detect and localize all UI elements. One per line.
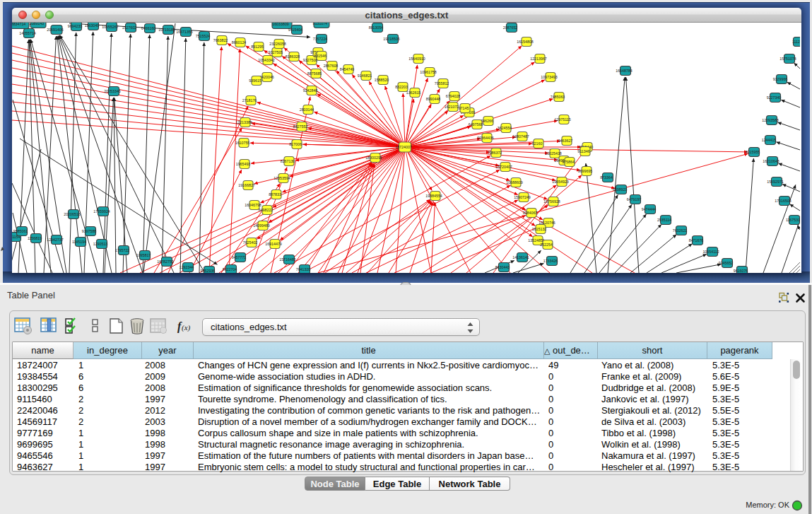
svg-text:9146821: 9146821 [358,74,372,78]
svg-text:15907249: 15907249 [514,195,531,199]
svg-text:9227349: 9227349 [767,95,782,100]
svg-text:16033809: 16033809 [272,23,289,26]
svg-text:10025438: 10025438 [545,151,562,156]
svg-text:2718176: 2718176 [242,98,257,103]
svg-text:6466160: 6466160 [141,26,156,30]
svg-text:8875685: 8875685 [307,71,322,76]
svg-text:20691406: 20691406 [47,28,64,32]
svg-text:15751074: 15751074 [779,57,796,61]
svg-text:1145194: 1145194 [72,240,86,244]
svg-text:9329966: 9329966 [773,77,788,81]
svg-text:8622704: 8622704 [223,267,237,271]
svg-text:8660124: 8660124 [232,40,247,45]
svg-text:19218506: 19218506 [383,37,400,41]
svg-text:1290513: 1290513 [93,242,108,246]
svg-text:8471676: 8471676 [689,238,704,243]
svg-text:252254: 252254 [540,243,553,247]
svg-text:19384554: 19384554 [425,194,442,198]
svg-text:1527602: 1527602 [122,25,137,30]
svg-text:7632621: 7632621 [673,228,688,233]
svg-text:8267130: 8267130 [281,159,295,163]
svg-text:7641320: 7641320 [296,267,311,271]
svg-text:10961758: 10961758 [420,70,437,74]
svg-text:2935114: 2935114 [657,218,671,222]
svg-text:7986372: 7986372 [488,151,502,155]
svg-text:6498222: 6498222 [259,208,273,212]
svg-text:939615: 939615 [249,78,261,83]
svg-text:16914479: 16914479 [265,242,282,246]
svg-text:19654923: 19654923 [552,180,569,184]
svg-text:9694233: 9694233 [68,24,83,28]
svg-text:9463627: 9463627 [558,139,573,143]
svg-text:23226058: 23226058 [269,42,286,46]
svg-text:16648784: 16648784 [616,69,632,73]
svg-text:7663822: 7663822 [213,38,228,42]
svg-text:2087652: 2087652 [503,25,518,30]
svg-text:10719185: 10719185 [158,28,175,32]
svg-text:7485063: 7485063 [551,95,565,99]
svg-text:10654112: 10654112 [702,250,719,254]
svg-text:1167531: 1167531 [786,218,800,222]
svg-text:8131074: 8131074 [313,23,328,25]
svg-text:16154808: 16154808 [517,40,534,44]
svg-text:12213389: 12213389 [235,120,252,124]
svg-text:8990448: 8990448 [426,97,441,101]
svg-text:10688609: 10688609 [506,180,523,185]
svg-text:16782759: 16782759 [157,259,174,264]
svg-text:8186328: 8186328 [286,54,300,59]
svg-text:17016504: 17016504 [775,199,792,203]
svg-text:6938923: 6938923 [613,187,628,192]
svg-text:832203: 832203 [395,85,408,89]
svg-text:2867608: 2867608 [324,64,339,68]
svg-text:7625402: 7625402 [243,240,258,245]
svg-text:9699695: 9699695 [578,169,593,173]
svg-text:10807487: 10807487 [512,134,529,139]
svg-text:20206516: 20206516 [64,212,81,216]
svg-text:14099489: 14099489 [253,223,270,228]
svg-text:12942737: 12942737 [47,238,64,242]
svg-text:(x): (x) [182,323,191,332]
svg-text:9327508: 9327508 [303,58,318,62]
svg-text:14055714: 14055714 [19,31,36,35]
svg-text:9952936: 9952936 [201,269,216,273]
svg-text:3624554: 3624554 [498,126,512,130]
svg-text:1733426: 1733426 [543,259,558,263]
svg-text:1095817: 1095817 [136,253,151,257]
svg-text:14136141: 14136141 [512,255,529,259]
svg-text:18724007: 18724007 [395,145,412,149]
svg-text:831546: 831546 [314,54,326,58]
svg-text:7515524: 7515524 [196,34,211,38]
svg-text:12213967: 12213967 [530,57,547,61]
svg-text:19166827: 19166827 [238,183,255,187]
svg-text:817006: 817006 [289,142,302,146]
svg-text:20364436: 20364436 [477,136,494,140]
svg-text:62160: 62160 [532,141,543,146]
svg-text:6479197: 6479197 [627,197,642,201]
svg-text:9474444: 9474444 [642,207,657,211]
svg-text:1863049: 1863049 [85,23,100,28]
svg-text:16046798: 16046798 [245,203,261,207]
svg-text:17359924: 17359924 [93,209,110,214]
svg-text:6497568: 6497568 [469,122,483,127]
svg-text:1156819: 1156819 [28,236,42,240]
svg-text:6794028: 6794028 [446,94,461,98]
svg-text:1795722: 1795722 [115,248,130,252]
svg-text:9415404: 9415404 [288,28,303,32]
svg-text:9457771: 9457771 [232,255,247,259]
svg-text:1244415: 1244415 [762,138,777,142]
svg-text:8215955: 8215955 [746,150,760,154]
svg-text:9184067: 9184067 [523,211,538,215]
svg-text:15692971: 15692971 [767,180,784,184]
svg-text:9616076: 9616076 [734,269,748,273]
svg-text:15640910: 15640910 [408,57,425,61]
svg-text:1621072: 1621072 [445,105,459,109]
svg-text:891295: 891295 [251,45,264,49]
svg-text:16210643: 16210643 [763,159,779,163]
svg-text:9397588: 9397588 [82,229,97,233]
svg-text:10973493: 10973493 [541,75,558,79]
svg-text:1965493: 1965493 [236,162,251,166]
svg-text:12093583: 12093583 [762,118,779,122]
svg-text:1292344: 1292344 [180,265,194,269]
svg-text:9245652: 9245652 [719,261,734,265]
svg-text:8454749: 8454749 [340,67,355,71]
